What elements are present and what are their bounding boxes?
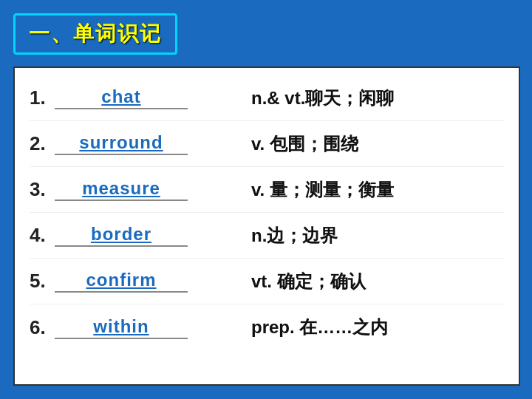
vocab-left: 4.border	[30, 224, 251, 247]
vocab-number: 1.	[30, 86, 52, 109]
vocab-word: surround	[55, 132, 188, 155]
vocab-left: 1.chat	[30, 86, 251, 109]
vocab-row: 4.bordern.边；边界	[30, 213, 504, 259]
vocab-row: 5.confirmvt. 确定；确认	[30, 259, 504, 304]
page-title: 一、单词识记	[29, 22, 162, 45]
vocab-definition: prep. 在……之内	[251, 316, 504, 339]
vocab-row: 2.surroundv. 包围；围绕	[30, 121, 504, 167]
vocab-number: 3.	[30, 178, 52, 201]
vocab-word: measure	[55, 178, 188, 201]
vocab-number: 4.	[30, 224, 52, 247]
vocab-word: border	[55, 224, 188, 247]
vocab-definition: v. 包围；围绕	[251, 132, 504, 156]
vocab-definition: v. 量；测量；衡量	[251, 178, 504, 202]
vocab-row: 3.measurev. 量；测量；衡量	[30, 167, 504, 213]
vocab-word: within	[55, 316, 188, 339]
vocab-row: 1.chatn.& vt.聊天；闲聊	[30, 75, 504, 121]
vocab-left: 5.confirm	[30, 270, 251, 293]
vocab-left: 6.within	[30, 316, 251, 339]
title-box: 一、单词识记	[13, 13, 177, 55]
vocab-word: chat	[55, 86, 188, 109]
vocabulary-list: 1.chatn.& vt.聊天；闲聊2.surroundv. 包围；围绕3.me…	[13, 66, 520, 386]
vocab-number: 2.	[30, 132, 52, 155]
vocab-number: 6.	[30, 316, 52, 339]
vocab-row: 6.withinprep. 在……之内	[30, 304, 504, 350]
vocab-definition: n.边；边界	[251, 224, 504, 248]
vocab-definition: n.& vt.聊天；闲聊	[251, 86, 504, 110]
vocab-left: 2.surround	[30, 132, 251, 155]
vocab-word: confirm	[55, 270, 188, 293]
vocab-definition: vt. 确定；确认	[251, 270, 504, 293]
vocab-number: 5.	[30, 270, 52, 293]
vocab-left: 3.measure	[30, 178, 251, 201]
